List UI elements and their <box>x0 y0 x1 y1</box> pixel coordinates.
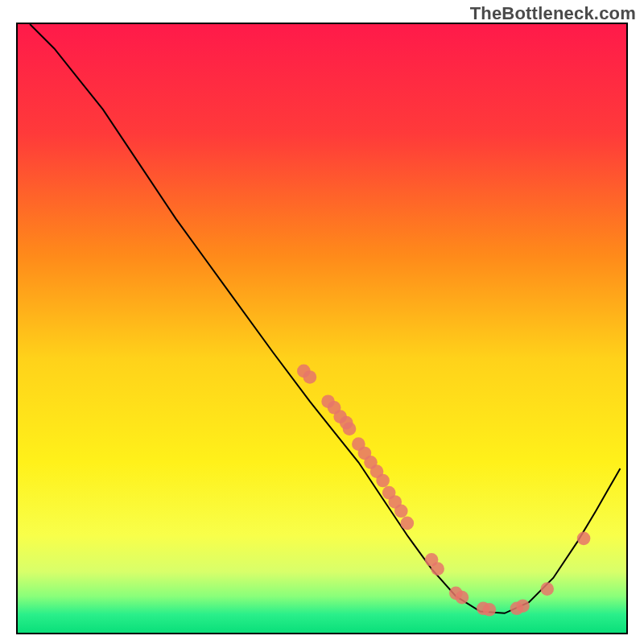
curve-layer <box>18 24 626 633</box>
data-point <box>343 422 357 436</box>
data-point <box>516 599 530 613</box>
data-point <box>540 582 554 596</box>
data-point <box>376 474 390 488</box>
bottleneck-curve <box>30 24 620 613</box>
data-point <box>456 591 469 605</box>
watermark-text: TheBottleneck.com <box>470 3 636 24</box>
data-point <box>303 370 317 384</box>
data-point <box>401 517 415 530</box>
chart-plot-area <box>16 23 628 634</box>
data-point <box>483 603 497 617</box>
chart-frame: TheBottleneck.com <box>0 0 644 644</box>
data-point <box>431 562 444 576</box>
data-point <box>577 532 591 546</box>
data-point <box>394 504 408 518</box>
